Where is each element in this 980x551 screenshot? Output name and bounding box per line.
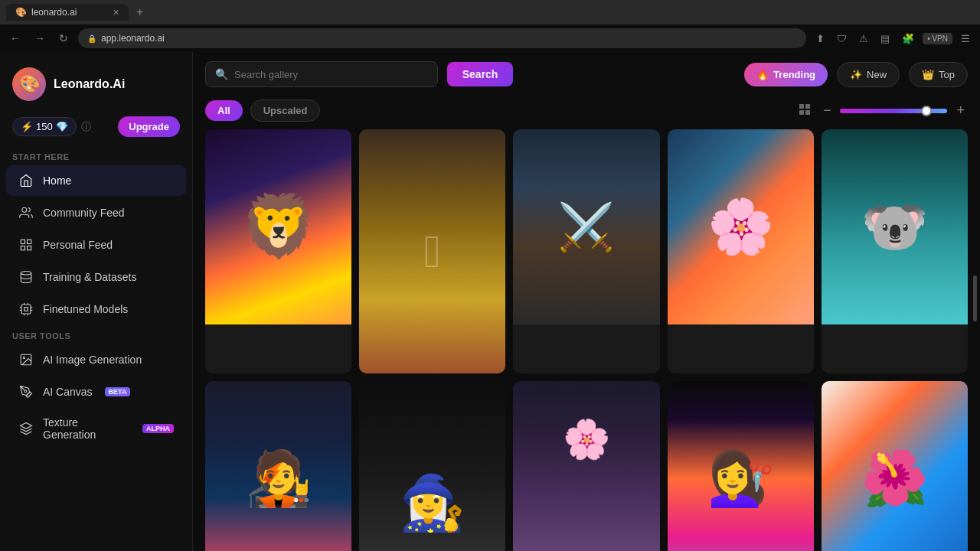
search-input[interactable]: [234, 69, 428, 80]
gallery-item-anime-girl[interactable]: ⌘ ⋮ ⛶: [205, 381, 351, 551]
back-button[interactable]: ←: [6, 31, 24, 46]
expand-button[interactable]: ⛶: [322, 387, 345, 410]
svg-rect-23: [805, 110, 810, 115]
top-button[interactable]: 👑 Top: [909, 62, 968, 87]
remix-button[interactable]: ⌘: [211, 135, 234, 158]
gallery-item-pink-girl[interactable]: ⌘ ✎ ⛶: [513, 381, 659, 551]
gallery-item-floral[interactable]: ⌘ ⛶: [668, 129, 814, 373]
sidebar-item-home[interactable]: Home: [6, 165, 186, 196]
sidebar-toggle[interactable]: ▤: [877, 31, 893, 46]
credits-info-button[interactable]: ⓘ: [81, 120, 91, 134]
upgrade-button[interactable]: Upgrade: [118, 116, 180, 137]
edit-button[interactable]: ✎: [547, 135, 570, 158]
gallery-grid: ⌘ ⛶ ⌘ ⛶ ⌘ ✎ ⛶: [205, 129, 968, 551]
expand-button[interactable]: ⛶: [449, 387, 472, 410]
expand-button[interactable]: ⛶: [785, 135, 808, 158]
gallery-item-hieroglyphs[interactable]: ⌘ ⛶: [359, 129, 505, 373]
browser-chrome: 🎨 leonardo.ai ✕ + ← → ↻ 🔒 app.leonardo.a…: [0, 0, 980, 52]
gallery-item-lion[interactable]: ⌘ ⛶: [205, 129, 351, 373]
sidebar-item-ai-canvas[interactable]: AI Canvas BETA: [6, 377, 186, 407]
shield-button[interactable]: 🛡: [833, 31, 851, 46]
expand-button[interactable]: ⛶: [631, 135, 654, 158]
remix-button[interactable]: ⌘: [674, 387, 697, 410]
gallery-item-dark-woman[interactable]: ⋮ ⛶: [359, 381, 505, 551]
options-button[interactable]: ⋮: [476, 387, 499, 410]
remix-button[interactable]: ⌘: [674, 135, 697, 158]
alpha-badge: ALPHA: [142, 424, 174, 433]
extensions-button[interactable]: 🧩: [898, 31, 918, 46]
expand-button[interactable]: ⛶: [476, 135, 499, 158]
lock-icon: 🔒: [87, 34, 96, 43]
sidebar-item-ai-image[interactable]: AI Image Generation: [6, 344, 186, 375]
sidebar: 🎨 Leonardo.Ai ⚡ 150 💎 ⓘ Upgrade Start He…: [0, 52, 193, 551]
fire-icon: 🔥: [756, 69, 769, 80]
expand-button[interactable]: ⛶: [939, 387, 962, 410]
slider-thumb: [921, 106, 932, 116]
new-button[interactable]: ✨ New: [837, 62, 900, 87]
tab-close-button[interactable]: ✕: [113, 8, 119, 18]
sidebar-item-training-datasets[interactable]: Training & Datasets: [6, 262, 186, 292]
size-slider[interactable]: [840, 109, 947, 113]
address-bar[interactable]: 🔒 app.leonardo.ai: [78, 28, 806, 48]
options-button[interactable]: ⋮: [239, 387, 262, 410]
top-label: Top: [939, 69, 955, 80]
active-tab[interactable]: 🎨 leonardo.ai ✕: [6, 4, 129, 21]
sidebar-item-community-feed[interactable]: Community Feed: [6, 197, 186, 228]
expand-button[interactable]: ⛶: [322, 135, 345, 158]
remix-button[interactable]: ⌘: [519, 387, 542, 410]
tab-title: leonardo.ai: [31, 7, 77, 18]
remix-button[interactable]: ⌘: [828, 135, 851, 158]
remix-button[interactable]: ⌘: [365, 135, 388, 158]
svg-point-5: [21, 272, 31, 276]
remix-button[interactable]: ⌘: [211, 387, 234, 410]
beta-badge: BETA: [105, 387, 131, 396]
zoom-out-button[interactable]: −: [820, 99, 835, 122]
sidebar-item-label: Training & Datasets: [43, 271, 136, 283]
start-here-label: Start Here: [0, 146, 192, 165]
forward-button[interactable]: →: [31, 31, 49, 46]
menu-button[interactable]: ☰: [957, 31, 974, 46]
lightning-icon: ⚡: [21, 121, 33, 132]
gallery-item-koala[interactable]: ⌘ ⋮: [822, 129, 968, 373]
zoom-in-button[interactable]: +: [953, 99, 968, 122]
expand-button[interactable]: ⛶: [631, 387, 654, 410]
crown-icon: 👑: [922, 69, 934, 80]
gallery: ⌘ ⛶ ⌘ ⛶ ⌘ ✎ ⛶: [193, 129, 980, 551]
filter-all-button[interactable]: All: [205, 100, 243, 121]
reload-button[interactable]: ↻: [55, 31, 72, 46]
top-bar: 🔍 Search 🔥 Trending ✨ New 👑 Top: [193, 52, 980, 96]
filter-upscaled-button[interactable]: Upscaled: [250, 99, 321, 122]
gallery-item-colorful-hair[interactable]: ⌘ ⋮: [668, 381, 814, 551]
filter-bar: All Upscaled − +: [193, 96, 980, 129]
search-icon: 🔍: [215, 68, 228, 80]
edit-button[interactable]: ✎: [547, 387, 570, 410]
trending-button[interactable]: 🔥 Trending: [744, 63, 828, 86]
remix-button[interactable]: ⌘: [519, 135, 542, 158]
user-tools-label: User Tools: [0, 325, 192, 344]
svg-point-0: [22, 207, 27, 212]
credits-icon: 💎: [56, 121, 68, 132]
sidebar-item-label: AI Canvas: [43, 386, 93, 398]
gallery-item-floral2[interactable]: ⛶: [822, 381, 968, 551]
search-button[interactable]: Search: [447, 62, 514, 86]
new-tab-button[interactable]: +: [132, 5, 148, 19]
gallery-item-warrior[interactable]: ⌘ ✎ ⛶: [513, 129, 659, 373]
scrollbar[interactable]: [973, 276, 977, 321]
credits-value: 150: [36, 121, 53, 132]
credits-badge: ⚡ 150 💎: [12, 117, 77, 136]
options-button[interactable]: ⋮: [939, 135, 962, 158]
app-layout: 🎨 Leonardo.Ai ⚡ 150 💎 ⓘ Upgrade Start He…: [0, 52, 980, 551]
alert-button[interactable]: ⚠: [855, 31, 872, 46]
share-button[interactable]: ⬆: [812, 31, 828, 46]
grid-view-button[interactable]: [795, 100, 814, 122]
svg-point-18: [24, 390, 27, 393]
sidebar-item-finetuned-models[interactable]: Finetuned Models: [6, 294, 186, 324]
sidebar-item-texture[interactable]: Texture Generation ALPHA: [6, 409, 186, 448]
main-content: 🔍 Search 🔥 Trending ✨ New 👑 Top All Upsc…: [193, 52, 980, 551]
browser-tabs: 🎨 leonardo.ai ✕ +: [0, 0, 980, 24]
sidebar-item-label: Finetuned Models: [43, 303, 128, 315]
trending-label: Trending: [773, 69, 815, 80]
browser-nav: ← → ↻ 🔒 app.leonardo.ai ⬆ 🛡 ⚠ ▤ 🧩 • VPN …: [0, 24, 980, 52]
options-button[interactable]: ⋮: [785, 387, 808, 410]
sidebar-item-personal-feed[interactable]: Personal Feed: [6, 230, 186, 260]
